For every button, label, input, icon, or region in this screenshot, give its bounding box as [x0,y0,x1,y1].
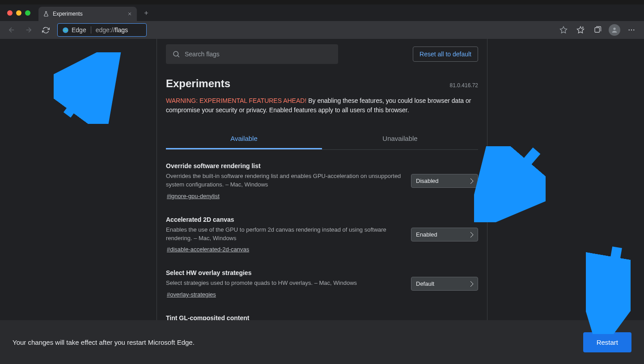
restart-message: Your changes will take effect after you … [13,339,195,346]
flags-tabs: Available Unavailable [166,128,478,150]
page-title: Experiments [166,77,230,90]
svg-point-7 [633,30,634,30]
svg-rect-3 [595,28,600,33]
flag-row: Override software rendering listOverride… [166,150,478,203]
flag-description: Select strategies used to promote quads … [166,279,402,288]
browser-tab[interactable]: Experiments [38,7,137,21]
window-close-button[interactable] [7,10,13,16]
collections-icon[interactable] [589,23,606,37]
restart-button[interactable]: Restart [583,332,631,352]
flag-select[interactable]: DefaultEnabledDisabled [411,228,478,241]
flag-anchor-link[interactable]: #disable-accelerated-2d-canvas [167,246,249,253]
search-box[interactable] [166,44,338,64]
window-minimize-button[interactable] [16,10,21,16]
flag-title: Select HW overlay strategies [166,269,402,276]
address-brand: Edge [62,26,91,34]
flag-select-wrap: DefaultEnabledDisabled [411,174,478,188]
more-menu-button[interactable] [623,23,640,37]
macos-menubar [0,0,644,4]
flag-description: Overrides the built-in software renderin… [166,172,402,189]
window-controls [4,10,35,16]
warning-prefix: WARNING: EXPERIMENTAL FEATURES AHEAD! [166,97,306,104]
new-tab-button[interactable] [137,10,156,16]
svg-point-6 [631,30,632,30]
flag-description: Enables the use of the GPU to perform 2d… [166,226,402,243]
flag-anchor-link[interactable]: #overlay-strategies [167,291,216,298]
flag-title: Override software rendering list [166,162,402,169]
address-url: edge://flags [96,26,128,34]
favorites-icon[interactable] [572,23,589,37]
flag-anchor-link[interactable]: #ignore-gpu-denylist [167,193,220,199]
reset-all-button[interactable]: Reset all to default [413,47,478,62]
flag-select[interactable]: DefaultEnabledDisabled [411,277,478,291]
flag-title: Accelerated 2D canvas [166,216,402,223]
flag-row: Accelerated 2D canvasEnables the use of … [166,203,478,257]
tab-available[interactable]: Available [166,128,322,149]
window-zoom-button[interactable] [25,10,30,16]
flag-info: Override software rendering listOverride… [166,162,402,200]
star-outline-icon[interactable] [555,23,572,37]
version-label: 81.0.416.72 [450,82,478,89]
browser-window: Experiments Edge edge://flags [0,4,644,364]
tab-title: Experiments [53,11,123,17]
annotation-arrow-address [54,52,125,124]
flags-page: Reset all to default Experiments 81.0.41… [157,39,487,364]
flag-select-wrap: DefaultEnabledDisabled [411,277,478,291]
svg-point-4 [613,28,615,30]
svg-point-5 [629,30,630,30]
profile-avatar[interactable] [606,23,623,37]
search-input[interactable] [185,51,332,58]
address-bar[interactable]: Edge edge://flags [57,23,147,37]
flag-row: Select HW overlay strategiesSelect strat… [166,257,478,302]
svg-marker-1 [560,27,567,33]
flag-select[interactable]: DefaultEnabledDisabled [411,174,478,188]
back-button[interactable] [4,23,19,37]
svg-line-10 [67,60,107,115]
flag-info: Accelerated 2D canvasEnables the use of … [166,216,402,254]
tab-unavailable[interactable]: Unavailable [322,128,478,149]
search-icon [172,50,180,58]
tab-close-button[interactable] [127,11,132,17]
tab-strip: Experiments [0,4,644,21]
warning-text: WARNING: EXPERIMENTAL FEATURES AHEAD! By… [157,93,487,123]
forward-button[interactable] [21,23,36,37]
svg-line-14 [604,247,617,325]
flask-icon [43,11,49,17]
restart-bar: Your changes will take effect after you … [0,320,644,364]
svg-line-12 [483,151,537,213]
toolbar: Edge edge://flags [0,21,644,39]
svg-point-8 [174,51,178,56]
refresh-button[interactable] [38,23,53,37]
flag-select-wrap: DefaultEnabledDisabled [411,228,478,241]
flag-info: Select HW overlay strategiesSelect strat… [166,269,402,298]
content-area: Reset all to default Experiments 81.0.41… [0,39,644,364]
